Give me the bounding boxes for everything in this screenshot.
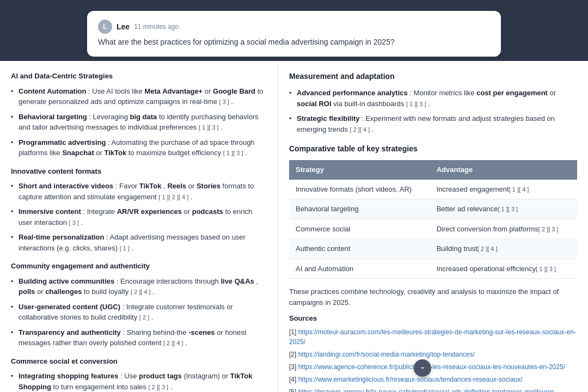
list-item: Immersive content : Integrate AR/VR expe… (11, 206, 267, 228)
citation: [ 2 ] (139, 314, 149, 321)
highlight: Meta Advantage+ (144, 87, 203, 95)
citation: [ 2 ][ 4 ] (131, 289, 151, 295)
item-label: Short and interactive videos (19, 182, 113, 190)
col-advantage: Advantage (430, 160, 577, 180)
item-label: Immersive content (19, 207, 81, 216)
source-item: [5] https://beavers-agency.fr/la-pause-c… (289, 387, 577, 393)
source-link[interactable]: https://moteur-auracom.com/les-meilleure… (289, 328, 576, 346)
highlight: challenges (45, 287, 82, 296)
highlight: product tags (139, 372, 182, 380)
list-item: Strategic flexibility : Experiment with … (289, 113, 577, 134)
right-panel: Measurement and adaptation Advanced perf… (278, 61, 588, 392)
citation: [ 1 ][ 3 ] (223, 150, 243, 156)
item-label: Content Automation (19, 87, 86, 95)
item-label: User-generated content (UGC) (19, 303, 120, 311)
source-item: [3] https://www.agence-coherence.fr/publ… (289, 362, 577, 372)
list-item: Programmatic advertising : Automating th… (11, 137, 267, 158)
item-label: Advanced performance analytics (297, 89, 408, 97)
citation: [ 2 ][ 3 ] (148, 384, 168, 390)
strategy-table: Strategy Advantage Innovative formats (s… (289, 160, 577, 279)
highlight: cost per engagement (476, 89, 548, 97)
citation: [ 1 ][ 2 ][ 4 ] (158, 194, 188, 200)
left-panel: AI and Data-Centric Strategies Content A… (0, 61, 278, 392)
item-label: Real-time personalization (19, 233, 104, 241)
user-time: 11 minutes ago (134, 23, 179, 30)
highlight: AR/VR experiences (117, 207, 182, 216)
table-cell-strategy: Authentic content (289, 239, 430, 259)
section-heading-community: Community engagement and authenticity (11, 261, 267, 272)
list-item: User-generated content (UGC) : Integrate… (11, 302, 267, 323)
response-area: AI and Data-Centric Strategies Content A… (0, 61, 588, 392)
table-cell-strategy: Innovative formats (short videos, AR) (289, 180, 430, 199)
user-message-header: L Lee 11 minutes ago (98, 20, 490, 34)
section-heading-ai: AI and Data-Centric Strategies (11, 71, 267, 82)
highlight: podcasts (192, 207, 223, 216)
citation: [ 1 ][ 3 ] (199, 124, 219, 131)
user-question: What are the best practices for optimizi… (98, 37, 490, 48)
source-item: [2] https://landingi.com/fr/social-media… (289, 350, 577, 359)
citation: [ 3 ] (69, 219, 79, 226)
measurement-list: Advanced performance analytics : Monitor… (289, 88, 577, 134)
highlight: Stories (197, 182, 220, 190)
content-formats-list: Short and interactive videos : Favor Tik… (11, 181, 267, 253)
chevron-down-icon (419, 364, 426, 372)
source-link[interactable]: https://beavers-agency.fr/la-pause-cafe/… (289, 388, 556, 393)
source-number: [3] (289, 363, 298, 371)
list-item: Advanced performance analytics : Monitor… (289, 88, 577, 109)
citation: [ 2 ][ 4 ] (163, 340, 183, 346)
list-item: Integrating shopping features : Use prod… (11, 371, 267, 392)
item-label: Behavioral targeting (19, 113, 87, 121)
citation: [ 2 ][ 4 ] (477, 246, 498, 252)
citation: [ 1 ][ 4 ] (509, 186, 529, 193)
source-number: [1] (289, 328, 298, 336)
list-item: Content Automation : Use AI tools like M… (11, 86, 267, 107)
highlight: Google Bard (213, 87, 255, 95)
item-label: Building active communities (19, 277, 114, 285)
highlight: social ROI (297, 100, 332, 108)
user-message-bubble: L Lee 11 minutes ago What are the best p… (87, 11, 501, 57)
table-cell-advantage: Better ad relevance[ 1 ][ 3 ] (430, 199, 577, 219)
ai-strategies-list: Content Automation : Use AI tools like M… (11, 86, 267, 158)
scroll-down-button[interactable] (414, 359, 431, 377)
table-cell-advantage: Increased operational efficiency[ 1 ][ 3… (430, 259, 577, 279)
item-label: Integrating shopping features (19, 372, 118, 380)
list-item: Real-time personalization : Adapt advert… (11, 232, 267, 253)
avatar-initials: L (103, 23, 107, 30)
col-strategy: Strategy (289, 160, 430, 180)
table-cell-advantage: Increased engagement[ 1 ][ 4 ] (430, 180, 577, 199)
user-name: Lee (117, 22, 130, 31)
table-row: Behavioral targeting Better ad relevance… (289, 199, 577, 219)
source-item: [1] https://moteur-auracom.com/les-meill… (289, 327, 577, 347)
source-link[interactable]: https://www.emarketinglicious.fr/reseaux… (298, 376, 523, 383)
citation: [ 1 ][ 3 ] (498, 206, 518, 212)
table-row: AI and Automation Increased operational … (289, 259, 577, 279)
sources-heading: Sources (289, 313, 577, 324)
citation: [ 1 ][ 3 ] (536, 266, 556, 272)
table-cell-advantage: Direct conversion from platforms[ 2 ][ 3… (430, 219, 577, 239)
list-item: Building active communities : Encourage … (11, 276, 267, 297)
section-heading-measurement: Measurement and adaptation (289, 71, 577, 82)
highlight: polls (19, 287, 35, 296)
source-number: [5] (289, 388, 298, 393)
source-link[interactable]: https://landingi.com/fr/social-media-mar… (298, 351, 475, 358)
sources-list: [1] https://moteur-auracom.com/les-meill… (289, 327, 577, 393)
summary-text: These practices combine technology, crea… (289, 286, 577, 308)
highlight: Snapchat (62, 149, 94, 157)
citation: [ 3 ] (219, 99, 229, 105)
citation: [ 1 ][ 3 ] (406, 101, 426, 107)
table-cell-strategy: Commerce social (289, 219, 430, 239)
avatar: L (98, 20, 112, 34)
source-number: [4] (289, 376, 298, 383)
source-link[interactable]: https://www.agence-coherence.fr/publicit… (298, 363, 565, 371)
table-cell-advantage: Building trust[ 2 ][ 4 ] (430, 239, 577, 259)
highlight: Reels (167, 182, 186, 190)
citation: [ 2 ][ 3 ] (538, 226, 559, 232)
section-heading-table: Comparative table of key strategies (289, 143, 577, 155)
highlight: TikTok (139, 182, 162, 190)
source-item: [4] https://www.emarketinglicious.fr/res… (289, 375, 577, 384)
section-heading-content: Innovative content formats (11, 166, 267, 177)
item-label: Transparency and authenticity (19, 328, 121, 336)
list-item: Behavioral targeting : Leveraging big da… (11, 112, 267, 133)
table-cell-strategy: AI and Automation (289, 259, 430, 279)
table-cell-strategy: Behavioral targeting (289, 199, 430, 219)
